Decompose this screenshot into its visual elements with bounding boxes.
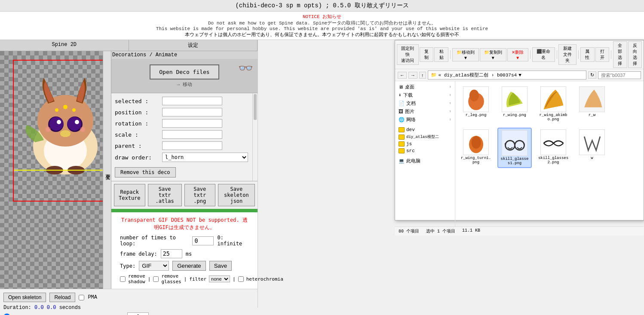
sidebar-item-download[interactable]: ⬇ 下载 ⬆ xyxy=(397,91,453,99)
sidebar-item-network[interactable]: 🌐 网络 ⬆ xyxy=(397,116,453,124)
toolbar-sep1 xyxy=(450,50,451,59)
green-bar xyxy=(111,209,258,212)
parent-input[interactable] xyxy=(162,141,222,150)
svg-line-23 xyxy=(505,143,505,145)
save-png-button[interactable]: Save txtr .png xyxy=(184,184,215,206)
repack-texture-button[interactable]: Repack Texture xyxy=(114,184,145,206)
move-label: → 移动 xyxy=(177,81,192,88)
loop-input[interactable] xyxy=(192,236,214,245)
address-bar: ← → ↑ 📁 « diy_atlas模型二创 › b0037s4 ▼ ↻ xyxy=(395,69,644,81)
exp-status: 80 个项目 选中 1 个项目 11.1 KB xyxy=(395,226,644,235)
up-button[interactable]: ↑ xyxy=(419,72,426,79)
sidebar-item-computer[interactable]: 💻 此电脑 xyxy=(397,157,453,165)
explorer-panel: 固定到快速访问 复制 粘贴 📁移动到▼ 📁复制到▼ ✕删除▼ ⬛重命名 新建文件… xyxy=(395,40,644,220)
sidebar-item-desktop[interactable]: 🖥 桌面 ⬆ xyxy=(397,83,453,91)
pma-checkbox[interactable] xyxy=(79,295,84,300)
forward-button[interactable]: → xyxy=(408,72,417,79)
toolbar-copy-btn[interactable]: 复制 xyxy=(420,47,433,62)
canvas-inner xyxy=(13,60,103,202)
desktop-icon: 🖥 xyxy=(399,84,403,90)
canvas-bg[interactable] xyxy=(0,51,103,289)
sidebar-item-js[interactable]: js xyxy=(397,141,453,147)
sidebar-item-dev[interactable]: dev xyxy=(397,126,453,133)
controls-row1: Open skeleton Reload PMA xyxy=(3,293,254,302)
toolbar-move-btn[interactable]: 📁移动到▼ xyxy=(452,48,479,61)
scroll-bar[interactable] xyxy=(252,93,258,181)
toolbar-paste-btn[interactable]: 粘贴 xyxy=(434,47,448,62)
file-item-skill-glasses1[interactable]: skill_glasses1.png xyxy=(497,128,532,168)
notice-line2: Do not ask me how to get Spine data. Spi… xyxy=(2,20,642,26)
timeline-slider[interactable] xyxy=(3,313,124,315)
address-path[interactable]: 📁 « diy_atlas模型二创 › b0037s4 ▼ xyxy=(428,70,587,80)
rotation-input[interactable] xyxy=(162,119,222,128)
remove-shadow-checkbox[interactable] xyxy=(120,276,126,282)
toolbar-delete-btn[interactable]: ✕删除▼ xyxy=(507,48,528,61)
deco-panel: Decorations / Animate 👓 Open Deco files … xyxy=(111,51,258,289)
search-input[interactable] xyxy=(598,71,641,79)
toolbar-select-all-btn[interactable]: 全部选择 xyxy=(613,41,627,68)
selected-input[interactable] xyxy=(162,97,222,105)
toolbar-copy2-btn[interactable]: 📁复制到▼ xyxy=(480,48,506,61)
file-item-r-wing-akimbo[interactable]: r_wing_akimbo.png xyxy=(536,85,570,123)
open-deco-files-button[interactable]: Open Deco files xyxy=(150,64,219,80)
sidebar-item-pics[interactable]: 🖼 图片 ⬆ xyxy=(397,107,453,116)
selected-row: selected : xyxy=(115,97,249,105)
filter-select[interactable]: none blur sepia xyxy=(209,275,230,282)
position-input[interactable] xyxy=(162,108,222,116)
file-item-rw[interactable]: r_w xyxy=(575,85,609,123)
rotation-row: rotation : xyxy=(115,119,249,128)
toolbar-new-btn[interactable]: 新建文件夹 xyxy=(558,44,577,65)
network-icon: 🌐 xyxy=(399,117,405,122)
file-item-r-wing[interactable]: r_wing.png xyxy=(497,85,532,123)
heterochromia-checkbox[interactable] xyxy=(238,276,244,282)
remove-deco-button[interactable]: Remove this deco xyxy=(115,167,176,177)
file-grid: r_leg.png r_wing.png xyxy=(455,81,644,226)
save-json-button[interactable]: Save skeleton json xyxy=(218,184,255,206)
delay-input[interactable] xyxy=(161,249,182,258)
slider-row xyxy=(3,312,254,315)
generate-button[interactable]: Generate xyxy=(172,261,206,271)
explorer-toolbar: 固定到快速访问 复制 粘贴 📁移动到▼ 📁复制到▼ ✕删除▼ ⬛重命名 新建文件… xyxy=(395,40,644,69)
w-preview xyxy=(580,131,604,154)
bottom-buttons: Repack Texture Save txtr .atlas Save txt… xyxy=(111,181,258,209)
rw-preview xyxy=(580,88,604,111)
title-bar: (chibi-deco-3 sp m opts) ; 0.5.0 取り敢えずリリ… xyxy=(0,0,644,12)
draw-order-select[interactable]: l_horn r_horn body head l_wing r_wing xyxy=(162,153,248,162)
file-item-r-wing-turn1[interactable]: r_wing_turn1.png xyxy=(459,128,493,168)
type-select[interactable]: GIF APNG WebP xyxy=(139,261,169,271)
duration-label: Duration: xyxy=(3,305,31,311)
reload-button[interactable]: Reload xyxy=(49,293,75,302)
slider-value[interactable] xyxy=(127,312,149,315)
file-thumb-r-wing-turn1 xyxy=(463,129,489,155)
file-item-w[interactable]: w xyxy=(575,128,609,168)
save-atlas-button[interactable]: Save txtr .atlas xyxy=(148,184,182,206)
back-button[interactable]: ← xyxy=(398,72,407,79)
notice-line3: This website is made for personal hobby … xyxy=(2,26,642,31)
toolbar-invert-btn[interactable]: 反向选择 xyxy=(628,41,642,68)
loop-hint: 0: infinite xyxy=(217,235,249,247)
transform-button[interactable]: 变更 xyxy=(103,51,111,289)
remove-glasses-checkbox[interactable] xyxy=(153,276,159,282)
file-item-skill-glasses2[interactable]: skill_glasses2.png xyxy=(536,128,570,168)
toolbar-rename-btn[interactable]: ⬛重命名 xyxy=(532,47,555,62)
folder-icon-addr: 📁 xyxy=(431,72,437,78)
sidebar-item-src[interactable]: src xyxy=(397,147,453,154)
sidebar-item-docs[interactable]: 📄 文档 ⬆ xyxy=(397,99,453,107)
svg-point-6 xyxy=(67,117,81,131)
controls-area: Open skeleton Reload PMA Duration: 0.0 0… xyxy=(0,289,258,315)
spine2d-tab[interactable]: Spine 2D xyxy=(0,40,129,51)
open-skeleton-button[interactable]: Open skeleton xyxy=(3,293,46,302)
file-item-r-leg[interactable]: r_leg.png xyxy=(459,85,493,123)
settings-tab[interactable]: 设定 xyxy=(129,40,258,51)
exp-content: 🖥 桌面 ⬆ ⬇ 下载 ⬆ 📄 文档 ⬆ 🖼 图片 ⬆ xyxy=(395,81,644,226)
toolbar-fixed-btn[interactable]: 固定到快速访问 xyxy=(397,44,419,65)
refresh-button[interactable]: ↻ xyxy=(588,71,596,79)
svg-point-10 xyxy=(46,127,51,132)
scale-input[interactable] xyxy=(162,130,222,139)
save-gif-button[interactable]: Save xyxy=(209,261,232,271)
toolbar-props-btn[interactable]: 属性 xyxy=(580,47,594,62)
sidebar-item-diy[interactable]: diy_atlas模型二 xyxy=(397,133,453,141)
glasses-preview: 👓 xyxy=(238,61,253,76)
toolbar-open-btn[interactable]: 打开 xyxy=(595,47,609,62)
svg-point-2 xyxy=(37,95,93,147)
